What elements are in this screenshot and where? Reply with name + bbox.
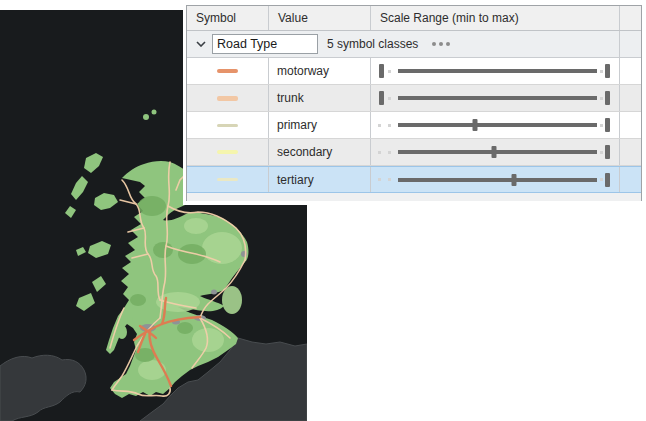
min-scale-handle[interactable] bbox=[379, 91, 384, 105]
scale-stop-dot bbox=[378, 178, 381, 181]
scale-range-track bbox=[398, 69, 597, 73]
symbol-class-row[interactable]: trunk bbox=[187, 85, 641, 112]
group-name-input[interactable] bbox=[212, 34, 318, 54]
max-scale-handle[interactable] bbox=[605, 91, 610, 105]
chevron-down-icon[interactable] bbox=[192, 35, 210, 53]
symbol-swatch[interactable] bbox=[217, 150, 238, 154]
max-scale-handle[interactable] bbox=[605, 118, 610, 132]
scale-stop-dot bbox=[388, 124, 391, 127]
scale-stop-dot bbox=[600, 124, 603, 127]
scale-stop-dot bbox=[388, 97, 391, 100]
column-header-spacer bbox=[620, 6, 641, 30]
scale-range-track bbox=[398, 96, 597, 100]
value-label: tertiary bbox=[269, 167, 371, 192]
scale-stop-dot bbox=[600, 97, 603, 100]
symbol-class-row[interactable]: secondary bbox=[187, 139, 641, 166]
scale-stop-dot bbox=[600, 178, 603, 181]
column-header-scale-range: Scale Range (min to max) bbox=[371, 6, 620, 30]
symbol-swatch[interactable] bbox=[217, 124, 238, 127]
current-scale-thumb[interactable] bbox=[512, 174, 517, 186]
scale-stop-dot bbox=[600, 70, 603, 73]
value-label: motorway bbox=[269, 58, 371, 84]
min-scale-handle[interactable] bbox=[379, 64, 384, 78]
symbol-swatch[interactable] bbox=[217, 178, 238, 181]
symbol-class-row-selected[interactable]: tertiary bbox=[187, 166, 641, 193]
symbology-panel: Symbol Value Scale Range (min to max) 5 … bbox=[186, 5, 642, 201]
max-scale-handle[interactable] bbox=[605, 145, 610, 159]
ellipsis-menu-icon[interactable] bbox=[430, 40, 452, 48]
scale-range-track bbox=[398, 178, 597, 182]
application-window: Symbol Value Scale Range (min to max) 5 … bbox=[0, 0, 646, 421]
column-divider bbox=[619, 31, 620, 57]
symbol-classes-count: 5 symbol classes bbox=[327, 37, 418, 51]
scale-slider bbox=[371, 139, 619, 165]
scale-stop-dot bbox=[378, 124, 381, 127]
max-scale-handle[interactable] bbox=[605, 64, 610, 78]
panel-footer-filler bbox=[187, 193, 641, 201]
symbol-class-row[interactable]: motorway bbox=[187, 58, 641, 85]
column-header-row: Symbol Value Scale Range (min to max) bbox=[187, 6, 641, 31]
scale-stop-dot bbox=[388, 70, 391, 73]
symbol-class-row[interactable]: primary bbox=[187, 112, 641, 139]
max-scale-handle[interactable] bbox=[605, 173, 610, 187]
value-label: trunk bbox=[269, 85, 371, 111]
current-scale-thumb[interactable] bbox=[492, 146, 497, 158]
scale-stop-dot bbox=[378, 151, 381, 154]
scale-slider bbox=[371, 85, 619, 111]
value-label: secondary bbox=[269, 139, 371, 165]
symbol-swatch[interactable] bbox=[217, 96, 238, 101]
symbol-swatch[interactable] bbox=[217, 69, 238, 73]
symbol-group-row: 5 symbol classes bbox=[187, 31, 641, 58]
scale-range-track bbox=[398, 150, 597, 154]
column-header-symbol: Symbol bbox=[187, 6, 269, 30]
column-header-value: Value bbox=[269, 6, 371, 30]
scale-stop-dot bbox=[388, 151, 391, 154]
scale-slider bbox=[371, 167, 619, 192]
current-scale-thumb[interactable] bbox=[473, 119, 478, 131]
value-label: primary bbox=[269, 112, 371, 138]
scale-stop-dot bbox=[600, 151, 603, 154]
scale-range-track bbox=[398, 123, 597, 127]
scale-stop-dot bbox=[388, 178, 391, 181]
scale-slider bbox=[371, 58, 619, 84]
scale-slider bbox=[371, 112, 619, 138]
